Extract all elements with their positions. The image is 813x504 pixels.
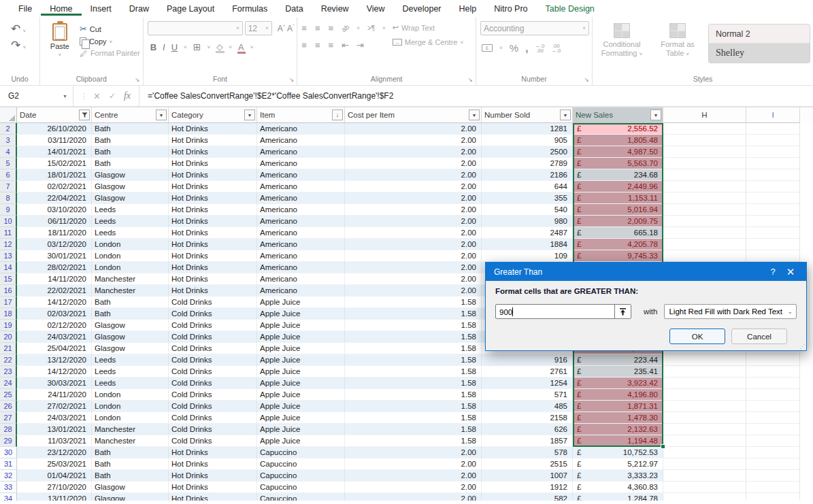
cell-centre[interactable]: Bath <box>92 146 169 158</box>
cell-category[interactable]: Cold Drinks <box>169 401 257 412</box>
cell-item[interactable]: Americano <box>257 204 345 216</box>
cell-number-sold[interactable]: 2761 <box>482 366 573 377</box>
cell-item[interactable]: Americano <box>257 169 345 181</box>
cell-item[interactable]: Capuccino <box>257 447 345 458</box>
select-all-corner[interactable] <box>0 107 17 123</box>
confirm-entry-icon[interactable]: ✓ <box>109 91 116 101</box>
cell-i[interactable] <box>746 216 800 227</box>
row-header-13[interactable]: 13 <box>0 250 17 262</box>
copy-button[interactable]: Copy ˅ <box>80 37 140 46</box>
row-header-17[interactable]: 17 <box>0 297 17 308</box>
cell-new-sales[interactable]: £4,987.50 <box>573 146 663 158</box>
tab-page-layout[interactable]: Page Layout <box>158 1 223 16</box>
cell-i[interactable] <box>746 482 800 493</box>
cell-new-sales[interactable]: £2,449.96 <box>573 181 663 192</box>
row-header-18[interactable]: 18 <box>0 308 17 320</box>
cell-date[interactable]: 03/11/2020 <box>17 135 92 146</box>
cell-h[interactable] <box>663 204 746 216</box>
cell-date[interactable]: 03/10/2020 <box>17 204 92 216</box>
tab-view[interactable]: View <box>358 1 394 16</box>
row-header-16[interactable]: 16 <box>0 285 17 297</box>
cell-new-sales[interactable]: £5,016.94 <box>573 204 663 216</box>
cell-item[interactable]: Apple Juice <box>257 389 345 401</box>
cell-category[interactable]: Cold Drinks <box>169 424 257 435</box>
cell-h[interactable] <box>663 424 746 435</box>
clipboard-launcher-icon[interactable]: ↘ <box>135 76 140 83</box>
cell-date[interactable]: 15/02/2021 <box>17 158 92 169</box>
tab-nitro-pro[interactable]: Nitro Pro <box>485 1 536 16</box>
cell-category[interactable]: Hot Drinks <box>169 262 257 273</box>
cell-cost-per-item[interactable]: 2.00 <box>345 447 482 458</box>
cell-centre[interactable]: Bath <box>92 308 169 320</box>
cell-new-sales[interactable]: £5,563.70 <box>573 158 663 169</box>
increase-decimal-button[interactable]: ←.0.00 <box>535 44 545 53</box>
cell-h[interactable] <box>663 401 746 412</box>
cell-item[interactable]: Apple Juice <box>257 377 345 389</box>
column-header-h[interactable]: H <box>663 107 746 123</box>
cell-item[interactable]: Americano <box>257 239 345 250</box>
row-header-11[interactable]: 11 <box>0 227 17 239</box>
cell-centre[interactable]: Leeds <box>92 354 169 366</box>
cell-cost-per-item[interactable]: 2.00 <box>345 123 482 135</box>
cell-cost-per-item[interactable]: 2.00 <box>345 169 482 181</box>
number-format-combo[interactable]: Accounting˅ <box>480 21 589 35</box>
cell-number-sold[interactable]: 916 <box>482 354 573 366</box>
column-header-centre[interactable]: Centre▼ <box>92 107 169 123</box>
cell-i[interactable] <box>746 424 800 435</box>
cell-i[interactable] <box>746 204 800 216</box>
cancel-button[interactable]: Cancel <box>731 329 787 344</box>
tab-insert[interactable]: Insert <box>82 1 120 16</box>
cell-h[interactable] <box>663 216 746 227</box>
grow-font-button[interactable]: A^ <box>278 24 285 33</box>
cell-i[interactable] <box>746 435 800 447</box>
cell-number-sold[interactable]: 582 <box>482 493 573 501</box>
cell-category[interactable]: Hot Drinks <box>169 204 257 216</box>
cell-centre[interactable]: Manchester <box>92 285 169 297</box>
row-header-6[interactable]: 6 <box>0 169 17 181</box>
cell-date[interactable]: 24/03/2021 <box>17 412 92 424</box>
cell-date[interactable]: 14/11/2020 <box>17 273 92 285</box>
cell-number-sold[interactable]: 1281 <box>482 123 573 135</box>
row-header-15[interactable]: 15 <box>0 273 17 285</box>
cell-item[interactable]: Apple Juice <box>257 401 345 412</box>
row-header-31[interactable]: 31 <box>0 458 17 470</box>
cell-cost-per-item[interactable]: 2.00 <box>345 204 482 216</box>
cell-cost-per-item[interactable]: 2.00 <box>345 135 482 146</box>
cell-new-sales[interactable]: £4,360.83 <box>573 482 663 493</box>
cell-cost-per-item[interactable]: 2.00 <box>345 146 482 158</box>
cell-category[interactable]: Hot Drinks <box>169 470 257 482</box>
orientation-button[interactable]: ab <box>340 23 351 34</box>
cell-category[interactable]: Hot Drinks <box>169 458 257 470</box>
cell-new-sales[interactable]: £10,752.53 <box>573 447 663 458</box>
decrease-decimal-button[interactable]: .00→.0 <box>552 44 561 53</box>
cell-i[interactable] <box>746 192 800 204</box>
row-header-10[interactable]: 10 <box>0 216 17 227</box>
tab-data[interactable]: Data <box>276 1 312 16</box>
cell-i[interactable] <box>746 389 800 401</box>
cell-number-sold[interactable]: 355 <box>482 192 573 204</box>
cell-category[interactable]: Hot Drinks <box>169 181 257 192</box>
cell-item[interactable]: Apple Juice <box>257 331 345 343</box>
cell-cost-per-item[interactable]: 2.00 <box>345 470 482 482</box>
cell-new-sales[interactable]: £2,556.52 <box>573 123 663 135</box>
cell-h[interactable] <box>663 146 746 158</box>
cell-number-sold[interactable]: 2789 <box>482 158 573 169</box>
cell-date[interactable]: 01/04/2021 <box>17 470 92 482</box>
name-box[interactable]: G2 ▼ <box>0 86 73 106</box>
cell-date[interactable]: 13/01/2021 <box>17 424 92 435</box>
cell-new-sales[interactable]: £1,871.31 <box>573 401 663 412</box>
row-header-21[interactable]: 21 <box>0 343 17 354</box>
row-header-28[interactable]: 28 <box>0 424 17 435</box>
cell-centre[interactable]: London <box>92 401 169 412</box>
cell-number-sold[interactable]: 2186 <box>482 169 573 181</box>
align-bottom-button[interactable]: ≡ <box>329 23 335 33</box>
style-shelley[interactable]: Shelley <box>709 44 810 63</box>
cell-h[interactable] <box>663 470 746 482</box>
tab-developer[interactable]: Developer <box>394 1 450 16</box>
row-header-3[interactable]: 3 <box>0 135 17 146</box>
cell-item[interactable]: Capuccino <box>257 482 345 493</box>
cell-item[interactable]: Apple Juice <box>257 424 345 435</box>
resize-grip-icon[interactable]: ⋰ <box>799 343 805 350</box>
insert-function-icon[interactable]: fx <box>124 90 131 101</box>
cell-centre[interactable]: Bath <box>92 470 169 482</box>
